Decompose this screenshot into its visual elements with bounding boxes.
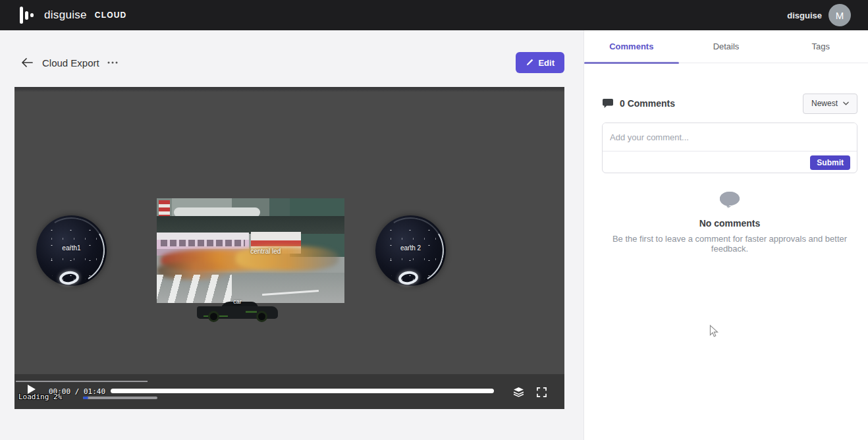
chevron-down-icon	[843, 101, 849, 105]
page-title: Cloud Export	[42, 57, 99, 69]
tab-comments[interactable]: Comments	[584, 30, 679, 63]
brand: disguise CLOUD	[20, 7, 126, 24]
layers-icon	[513, 387, 524, 398]
empty-comment-bubble-icon	[719, 200, 740, 211]
sort-dropdown[interactable]: Newest	[803, 94, 857, 114]
video-object-central-led: central led	[157, 198, 344, 303]
comments-count: 0 Comments	[620, 98, 675, 109]
main-content: Cloud Export Edit earth1	[0, 30, 583, 440]
edit-button-label: Edit	[538, 58, 555, 68]
submit-button[interactable]: Submit	[810, 155, 850, 170]
topbar: disguise CLOUD disguise M	[0, 0, 868, 30]
tab-details[interactable]: Details	[679, 30, 774, 63]
object-label-central-led: central led	[250, 247, 281, 254]
video-player: earth1 central led	[14, 87, 564, 409]
video-object-earth1: earth1	[36, 215, 107, 286]
disguise-logo-icon	[20, 7, 34, 24]
brand-name: disguise	[44, 9, 87, 22]
empty-state-title: No comments	[602, 218, 857, 229]
loading-text: Loading 2%	[18, 393, 62, 401]
app-window: disguise CLOUD disguise M Cloud Export E…	[0, 0, 868, 440]
arrow-left-icon	[21, 57, 33, 68]
video-canvas[interactable]: earth1 central led	[14, 87, 564, 374]
user-name: disguise	[787, 11, 822, 20]
object-label-earth1: earth1	[62, 244, 80, 252]
video-object-car: car	[197, 297, 278, 322]
brand-suffix: CLOUD	[95, 11, 127, 20]
tab-tags[interactable]: Tags	[773, 30, 868, 63]
comment-composer: Submit	[602, 123, 857, 173]
fullscreen-icon	[537, 387, 547, 397]
avatar[interactable]: M	[828, 4, 851, 26]
mouse-cursor	[709, 325, 719, 341]
car-wheel	[208, 311, 219, 322]
side-panel: Comments Details Tags 0 Comments Newest …	[583, 30, 868, 440]
sort-dropdown-value: Newest	[811, 99, 838, 108]
topbar-user-area: disguise M	[787, 4, 851, 26]
empty-state-subtitle: Be the first to leave a comment for fast…	[602, 234, 857, 254]
loading-progress-bar	[83, 397, 157, 399]
seek-bar[interactable]	[111, 389, 494, 393]
loading-overlay: Loading 2%	[18, 393, 62, 401]
panel-tabs: Comments Details Tags	[584, 30, 868, 63]
car-accent	[246, 311, 257, 313]
comment-input[interactable]	[603, 123, 857, 151]
composer-footer: Submit	[603, 151, 857, 173]
object-label-earth2: earth 2	[400, 244, 421, 252]
pencil-icon	[526, 59, 533, 67]
loading-progress-fill	[83, 397, 88, 399]
fullscreen-button[interactable]	[535, 385, 548, 399]
back-button[interactable]	[20, 55, 34, 70]
ellipsis-icon	[107, 61, 118, 64]
avatar-initial: M	[836, 10, 844, 21]
car-wheel	[256, 311, 267, 322]
object-label-car: car	[233, 298, 242, 305]
layers-button[interactable]	[512, 385, 525, 399]
video-object-earth2: earth 2	[375, 215, 446, 286]
empty-state: No comments Be the first to leave a comm…	[602, 191, 857, 254]
page-header: Cloud Export Edit	[20, 52, 564, 73]
comments-header: 0 Comments Newest	[602, 93, 857, 114]
comment-bubble-icon	[602, 98, 614, 109]
player-controls: 00:00 / 01:40 Loading 2%	[14, 374, 564, 409]
edit-button[interactable]: Edit	[516, 52, 564, 73]
buffer-indicator	[16, 381, 148, 382]
more-options-button[interactable]	[107, 61, 118, 64]
